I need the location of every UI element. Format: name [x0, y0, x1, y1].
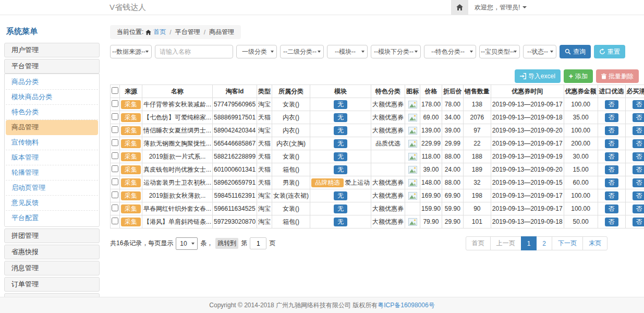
app-title[interactable]: V省钱达人 [110, 3, 146, 13]
module-badge[interactable]: 无 [334, 152, 347, 161]
must-buy-badge[interactable]: 否 [633, 178, 644, 187]
row-checkbox[interactable] [112, 165, 118, 172]
page-button[interactable]: 首页 [466, 236, 491, 250]
sidebar-item[interactable]: 轮播管理 [6, 165, 98, 180]
module-badge[interactable]: 无 [334, 165, 347, 174]
import-excel-button[interactable]: 导入excel [515, 69, 561, 83]
module-badge[interactable]: 无 [334, 100, 347, 109]
sidebar-item[interactable]: 商品管理 [6, 120, 98, 135]
must-buy-badge[interactable]: 否 [633, 165, 644, 174]
sidebar-item[interactable]: 特色分类 [6, 105, 98, 120]
add-button[interactable]: + 添加 [564, 69, 593, 83]
import-select-badge[interactable]: 否 [605, 165, 618, 174]
import-select-badge[interactable]: 否 [605, 178, 618, 187]
must-buy-badge[interactable]: 否 [633, 191, 644, 200]
module-badge[interactable]: 无 [334, 139, 347, 148]
feature-category: 大额优惠券 [371, 176, 405, 189]
sales-count: 22 [463, 137, 491, 150]
must-buy-badge[interactable]: 否 [633, 152, 644, 161]
module-badge[interactable]: 无 [334, 126, 347, 135]
discount-price: 29.90 [442, 215, 463, 228]
filter-select[interactable]: 一级分类 [236, 45, 277, 58]
jump-button[interactable]: 跳转到 [215, 238, 238, 249]
sidebar-section[interactable]: 省惠快报 [4, 245, 100, 259]
table-row: 采集 【港风】单肩斜跨链条... 597293020870 淘宝 箱包() 无 … [111, 215, 644, 228]
sales-count: 32 [463, 176, 491, 189]
row-checkbox[interactable] [112, 126, 118, 133]
sidebar-section[interactable]: 平台管理 [4, 59, 100, 74]
import-select-badge[interactable]: 否 [605, 113, 618, 122]
bulk-delete-button[interactable]: 批量删除 [596, 69, 639, 83]
row-checkbox[interactable] [112, 113, 118, 120]
import-select-badge[interactable]: 否 [605, 126, 618, 135]
row-checkbox[interactable] [112, 191, 118, 198]
bulk-delete-label: 批量删除 [609, 72, 634, 81]
page-button[interactable]: 下一页 [552, 236, 583, 250]
sidebar-item[interactable]: 商品分类 [6, 75, 98, 90]
page-button[interactable]: 2 [536, 236, 552, 250]
module-badge[interactable]: 无 [334, 191, 347, 200]
import-select-badge[interactable]: 否 [605, 218, 618, 226]
user-menu[interactable]: 欢迎您，管理员! [475, 3, 527, 12]
import-select-badge[interactable]: 否 [605, 204, 618, 213]
filter-select[interactable]: --模块下分类-- [371, 45, 421, 58]
page-button[interactable]: 上一页 [490, 236, 521, 250]
sidebar-item[interactable]: 意见反馈 [6, 196, 98, 211]
select-all-checkbox[interactable] [112, 87, 118, 94]
filter-select[interactable]: --特色分类-- [424, 45, 476, 58]
row-checkbox[interactable] [112, 139, 118, 146]
must-buy-badge[interactable]: 否 [633, 204, 644, 213]
filter-select[interactable]: --宝贝类型-- [479, 45, 520, 58]
row-checkbox[interactable] [112, 100, 118, 107]
reset-button[interactable]: 重置 [594, 45, 625, 58]
filter-select[interactable]: --状态-- [523, 45, 556, 58]
filter-select[interactable]: --二级分类-- [280, 45, 324, 58]
page-number-input[interactable] [250, 237, 266, 249]
sidebar-item[interactable]: 平台配置 [6, 211, 98, 226]
sidebar-section[interactable]: 订单管理 [4, 277, 100, 292]
sidebar-item[interactable]: 模块商品分类 [6, 90, 98, 105]
module-badge[interactable]: 品牌精选 [311, 178, 344, 187]
module-badge[interactable]: 无 [334, 204, 347, 213]
row-checkbox[interactable] [112, 178, 118, 185]
product-image [408, 127, 417, 135]
sidebar-item[interactable]: 启动页管理 [6, 180, 98, 196]
name-search-input[interactable] [155, 45, 233, 58]
must-buy-badge[interactable]: 否 [633, 126, 644, 135]
module-badge[interactable]: 无 [334, 218, 347, 226]
row-checkbox[interactable] [112, 152, 118, 159]
filter-select[interactable]: --模块-- [327, 45, 368, 58]
column-header: 折后价 [442, 85, 463, 98]
caret-down-icon [271, 51, 274, 53]
module-text: 爱上运动 [345, 179, 370, 186]
sidebar-submenu: 商品分类模块商品分类特色分类商品管理宣传物料版本管理轮播管理启动页管理意见反馈平… [4, 74, 100, 227]
sidebar-section[interactable]: 用户管理 [4, 43, 100, 57]
sidebar-section[interactable]: 消息管理 [4, 261, 100, 275]
caret-down-icon [523, 6, 527, 8]
per-page-select[interactable]: 10 [176, 237, 198, 250]
must-buy-badge[interactable]: 否 [633, 139, 644, 148]
icp-link[interactable]: 粤ICP备16098006号 [378, 301, 434, 310]
sidebar-item[interactable]: 版本管理 [6, 150, 98, 165]
breadcrumb-home-link[interactable]: 首页 [153, 28, 166, 37]
row-checkbox[interactable] [112, 218, 118, 224]
import-select-badge[interactable]: 否 [605, 100, 618, 109]
page-button[interactable]: 末页 [582, 236, 607, 250]
search-button[interactable]: 查询 [560, 45, 591, 58]
sidebar-item[interactable]: 宣传物料 [6, 135, 98, 150]
home-nav-button[interactable] [451, 0, 468, 15]
sidebar-section[interactable]: 拼团管理 [4, 228, 100, 243]
page-button[interactable]: 1 [521, 236, 537, 250]
must-buy-badge[interactable]: 否 [633, 100, 644, 109]
module-badge[interactable]: 无 [334, 113, 347, 122]
must-buy-badge[interactable]: 否 [633, 218, 644, 226]
must-buy-badge[interactable]: 否 [633, 113, 644, 122]
import-select-badge[interactable]: 否 [605, 152, 618, 161]
coupon-time: 2019-09-13—2019-09-17 [491, 202, 564, 215]
caret-down-icon [470, 51, 473, 53]
import-select-badge[interactable]: 否 [605, 191, 618, 200]
import-select-badge[interactable]: 否 [605, 139, 618, 148]
row-checkbox[interactable] [112, 204, 118, 211]
filter-select[interactable]: --数据来源-- [110, 45, 152, 58]
topbar: V省钱达人 欢迎您，管理员! [0, 0, 644, 15]
